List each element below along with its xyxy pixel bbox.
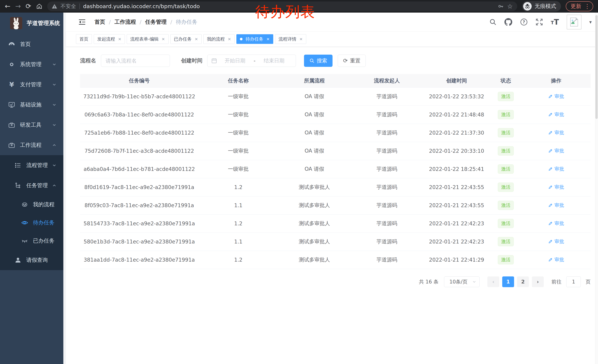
approve-link[interactable]: 审批 <box>548 166 564 172</box>
cell-task-name: 1.2 <box>199 251 278 269</box>
help-icon[interactable]: ? <box>520 18 528 26</box>
key-icon[interactable] <box>498 3 504 9</box>
sidebar-item-process-mgmt[interactable]: 流程管理 <box>0 155 63 175</box>
sidebar-item-task-mgmt[interactable]: 任务管理 <box>0 175 63 195</box>
tag-process-detail[interactable]: 流程详情 × <box>275 34 306 44</box>
security-warning-icon[interactable] <box>52 4 57 9</box>
briefcase-icon <box>8 141 16 149</box>
process-name-input[interactable] <box>101 55 170 67</box>
page-1-button[interactable]: 1 <box>502 276 514 287</box>
cell-create-time: 2022-01-22 21:37:30 <box>423 124 490 142</box>
tag-my-process[interactable]: 我的流程 × <box>203 34 234 44</box>
sidebar-item-workflow[interactable]: 工作流程 <box>0 135 63 155</box>
window-scrollbar[interactable] <box>595 13 598 364</box>
prev-page-button[interactable]: ‹ <box>487 276 499 287</box>
breadcrumb-home[interactable]: 首页 <box>94 18 105 26</box>
sidebar-item-label: 研发工具 <box>20 121 42 129</box>
cell-process: OA 请假 <box>278 105 350 124</box>
reset-button-label: 重置 <box>350 57 360 64</box>
chevron-up-icon <box>52 143 57 147</box>
cell-initiator: 芋道源码 <box>351 214 423 233</box>
close-icon[interactable]: × <box>195 37 198 41</box>
approve-label: 审批 <box>555 220 564 226</box>
cell-task-name: 1.1 <box>199 196 278 214</box>
sidebar-item-system[interactable]: 系统管理 <box>0 54 63 74</box>
breadcrumb-separator: / <box>140 19 141 25</box>
close-icon[interactable]: × <box>118 37 121 41</box>
next-page-button[interactable]: › <box>532 276 544 287</box>
close-icon[interactable]: × <box>266 37 270 41</box>
approve-link[interactable]: 审批 <box>548 202 564 209</box>
search-button[interactable]: 搜索 <box>304 55 332 67</box>
tag-todo-tasks[interactable]: 待办任务 × <box>236 34 273 44</box>
sidebar-item-home[interactable]: 首页 <box>0 34 63 54</box>
sidebar-item-infra[interactable]: 基础设施 <box>0 95 63 115</box>
cell-create-time: 2022-01-21 22:43:55 <box>423 196 490 214</box>
avatar-dropdown-icon[interactable]: ▾ <box>589 19 592 25</box>
forward-icon[interactable]: → <box>15 3 21 10</box>
sidebar-item-done-tasks[interactable]: 已办任务 <box>0 232 63 250</box>
tag-form-edit[interactable]: 流程表单-编辑 × <box>127 34 168 44</box>
github-icon[interactable] <box>505 18 512 26</box>
approve-link[interactable]: 审批 <box>548 184 564 190</box>
sidebar-item-leave-query[interactable]: 请假查询 <box>0 250 63 270</box>
scrollbar-thumb[interactable] <box>595 15 598 119</box>
close-icon[interactable]: × <box>228 37 231 41</box>
workflow-submenu: 流程管理 任务管理 <box>0 155 63 270</box>
close-icon[interactable]: × <box>299 37 303 41</box>
user-icon <box>14 257 22 264</box>
col-status: 状态 <box>490 74 522 87</box>
back-icon[interactable]: ← <box>5 3 10 10</box>
approve-link[interactable]: 审批 <box>548 238 564 245</box>
update-button[interactable]: 更新 ⋮ <box>566 1 593 11</box>
date-range-input[interactable]: 开始日期 - 结束日期 <box>207 55 296 67</box>
table-row: 8f059c03-7ac8-11ec-a9e2-a2380e71991a 1.1… <box>80 196 590 214</box>
security-label[interactable]: 不安全 <box>61 3 76 10</box>
approve-link[interactable]: 审批 <box>548 111 564 118</box>
cell-create-time: 2022-01-22 23:53:32 <box>423 87 490 105</box>
url-text[interactable]: dashboard.yudao.iocoder.cn/bpm/task/todo <box>83 3 200 9</box>
reset-button[interactable]: ⟳ 重置 <box>338 55 366 67</box>
app-logo-row[interactable]: 芋道管理系统 <box>0 13 63 34</box>
page-2-button[interactable]: 2 <box>517 276 529 287</box>
approve-link[interactable]: 审批 <box>548 93 564 100</box>
avatar[interactable] <box>567 15 581 29</box>
tag-done-tasks[interactable]: 已办任务 × <box>170 34 201 44</box>
sidebar-item-devtools[interactable]: 研发工具 <box>0 115 63 135</box>
chevron-down-icon <box>52 102 57 107</box>
col-initiator: 流程发起人 <box>351 74 423 87</box>
approve-label: 审批 <box>555 93 564 100</box>
search-icon[interactable] <box>489 18 497 26</box>
status-badge: 激活 <box>498 146 514 155</box>
sidebar-item-my-process[interactable]: 我的流程 <box>0 195 63 214</box>
breadcrumb-task-mgmt[interactable]: 任务管理 <box>145 18 167 26</box>
home-icon[interactable] <box>36 3 42 9</box>
sidebar-item-payment[interactable]: ¥ 支付管理 <box>0 74 63 95</box>
fullscreen-icon[interactable] <box>536 18 543 26</box>
refresh-icon: ⟳ <box>343 58 348 64</box>
browser-menu-icon[interactable]: ⋮ <box>584 3 590 9</box>
approve-link[interactable]: 审批 <box>548 256 564 263</box>
app-title: 芋道管理系统 <box>27 19 60 27</box>
sidebar-fold-icon[interactable] <box>78 18 86 26</box>
approve-link[interactable]: 审批 <box>548 147 564 154</box>
cell-task-name: 1.2 <box>199 178 278 196</box>
approve-link[interactable]: 审批 <box>548 129 564 136</box>
tag-home[interactable]: 首页 <box>76 34 92 44</box>
bookmark-star-icon[interactable]: ☆ <box>507 3 513 9</box>
font-size-icon[interactable]: TT <box>551 19 559 25</box>
approve-link[interactable]: 审批 <box>548 220 564 226</box>
page-size-select[interactable]: 10条/页 <box>444 276 480 287</box>
close-icon[interactable]: × <box>162 37 165 41</box>
status-badge: 激活 <box>498 219 514 228</box>
goto-page-input[interactable] <box>566 276 581 287</box>
reload-icon[interactable]: ⟳ <box>25 3 31 10</box>
sidebar-scrollbar[interactable] <box>63 13 66 364</box>
tag-start-process[interactable]: 发起流程 × <box>94 34 125 44</box>
status-badge: 激活 <box>498 110 514 119</box>
sidebar-item-todo-tasks[interactable]: 待办任务 <box>0 214 63 232</box>
breadcrumb-workflow[interactable]: 工作流程 <box>115 18 136 26</box>
chevron-down-icon <box>52 122 57 127</box>
calendar-icon <box>211 58 217 64</box>
app-logo <box>10 17 22 29</box>
